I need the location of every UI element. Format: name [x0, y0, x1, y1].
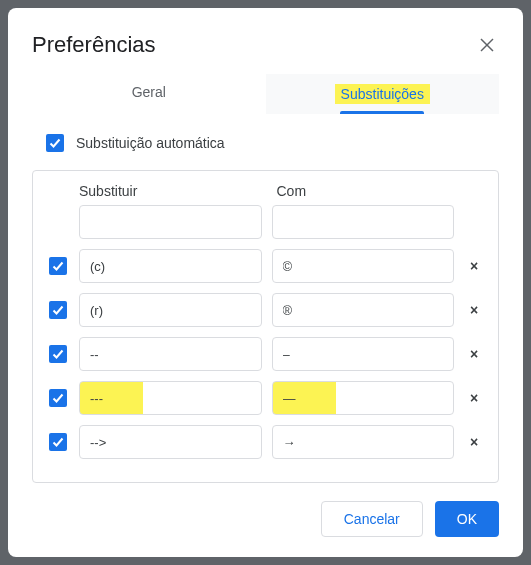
delete-row-icon[interactable]: × [464, 434, 484, 450]
replace-input[interactable] [79, 381, 262, 415]
row-enable-checkbox[interactable] [49, 301, 67, 319]
replace-input[interactable] [79, 425, 262, 459]
ok-button[interactable]: OK [435, 501, 499, 537]
row-enable-checkbox[interactable] [49, 257, 67, 275]
column-with-header: Com [277, 183, 465, 199]
auto-substitution-checkbox[interactable] [46, 134, 64, 152]
row-check-col [47, 433, 69, 451]
replace-input[interactable] [79, 293, 262, 327]
with-input[interactable] [272, 249, 455, 283]
table-row: × [47, 293, 484, 327]
dialog-footer: Cancelar OK [32, 501, 499, 537]
delete-row-icon[interactable]: × [464, 390, 484, 406]
table-row [47, 205, 484, 239]
with-input[interactable] [272, 381, 455, 415]
with-input[interactable] [272, 337, 455, 371]
table-row: × [47, 249, 484, 283]
row-check-col [47, 257, 69, 275]
row-enable-checkbox[interactable] [49, 433, 67, 451]
with-input[interactable] [272, 293, 455, 327]
delete-row-icon[interactable]: × [464, 346, 484, 362]
row-check-col [47, 301, 69, 319]
cancel-button[interactable]: Cancelar [321, 501, 423, 537]
row-check-col [47, 389, 69, 407]
column-replace-header: Substituir [79, 183, 267, 199]
with-input[interactable] [272, 425, 455, 459]
column-headers: Substituir Com [47, 183, 484, 199]
row-enable-checkbox[interactable] [49, 345, 67, 363]
row-check-col [47, 345, 69, 363]
tab-label: Geral [132, 84, 166, 100]
delete-row-icon[interactable]: × [464, 258, 484, 274]
table-row: × [47, 337, 484, 371]
replace-input[interactable] [79, 337, 262, 371]
table-scroll[interactable]: Substituir Com ××××× [33, 171, 498, 482]
with-input[interactable] [272, 205, 455, 239]
preferences-dialog: Preferências Geral Substituições Substit… [8, 8, 523, 557]
close-icon[interactable] [475, 33, 499, 57]
auto-substitution-row: Substituição automática [46, 134, 499, 152]
tab-label: Substituições [341, 86, 424, 102]
row-enable-checkbox[interactable] [49, 389, 67, 407]
table-row: × [47, 425, 484, 459]
tabs: Geral Substituições [32, 74, 499, 114]
dialog-header: Preferências [32, 32, 499, 58]
replace-input[interactable] [79, 249, 262, 283]
substitutions-table: Substituir Com ××××× [32, 170, 499, 483]
delete-row-icon[interactable]: × [464, 302, 484, 318]
dialog-title: Preferências [32, 32, 156, 58]
tab-substitutions[interactable]: Substituições [266, 74, 500, 114]
replace-input[interactable] [79, 205, 262, 239]
auto-substitution-label: Substituição automática [76, 135, 225, 151]
tab-general[interactable]: Geral [32, 74, 266, 114]
table-row: × [47, 381, 484, 415]
